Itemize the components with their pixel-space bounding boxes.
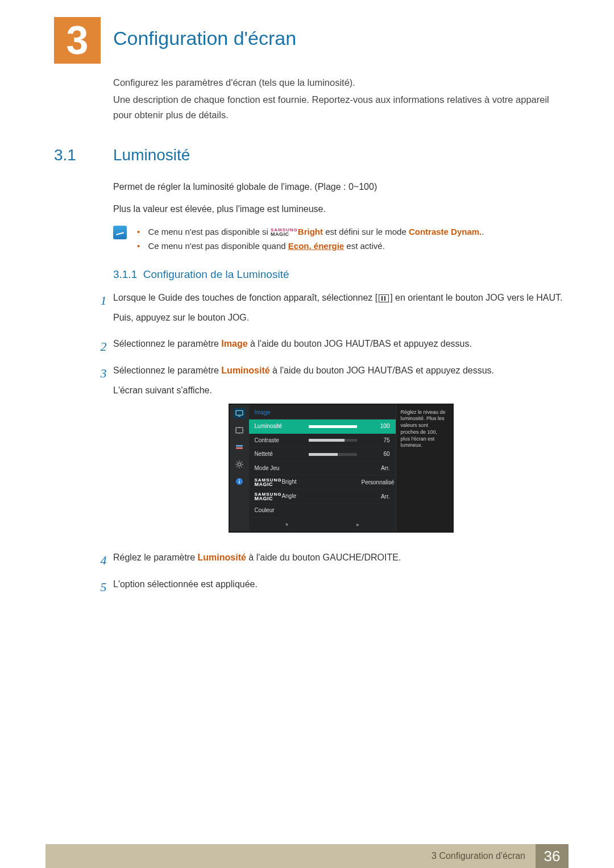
osd-tab-display-icon xyxy=(234,442,245,452)
osd-row: Netteté60 xyxy=(249,447,396,462)
osd-row: Contraste75 xyxy=(249,434,396,448)
svg-rect-8 xyxy=(236,447,243,449)
osd-row: SAMSUNGMAGICAngleArr. xyxy=(249,489,396,504)
section-header: 3.1 Luminosité xyxy=(54,146,569,164)
osd-tab-settings-icon xyxy=(234,459,245,470)
osd-tab-info-icon xyxy=(234,476,245,487)
note-item-2: Ce menu n'est pas disponible quand Econ.… xyxy=(137,239,484,254)
step-4: 4 Réglez le paramètre Luminosité à l'aid… xyxy=(94,551,569,571)
section-title: Luminosité xyxy=(113,146,190,164)
osd-main: Image Luminosité100Contraste75Netteté60M… xyxy=(249,405,396,532)
section-body: Permet de régler la luminosité globale d… xyxy=(113,180,569,217)
chapter-title: Configuration d'écran xyxy=(113,27,296,49)
osd-help-text: Réglez le niveau de luminosité. Plus les… xyxy=(396,405,453,532)
svg-point-9 xyxy=(238,463,240,466)
intro-p1: Configurez les paramètres d'écran (tels … xyxy=(113,75,569,90)
step-1: 1 Lorsque le Guide des touches de foncti… xyxy=(94,291,569,331)
svg-rect-2 xyxy=(236,427,243,433)
osd-row: SAMSUNGMAGICBrightPersonnalisé xyxy=(249,475,396,489)
step-list: 1 Lorsque le Guide des touches de foncti… xyxy=(94,291,569,597)
menu-grid-icon xyxy=(379,294,389,302)
step-3: 3 Sélectionnez le paramètre Luminosité à… xyxy=(94,364,569,544)
note-block: Ce menu n'est pas disponible si SAMSUNGM… xyxy=(113,225,569,254)
osd-title: Image xyxy=(249,405,396,420)
svg-rect-11 xyxy=(239,480,239,483)
osd-tab-pip-icon xyxy=(234,425,245,435)
footer-page-number: 36 xyxy=(536,844,569,868)
body-p1: Permet de régler la luminosité globale d… xyxy=(113,180,569,194)
subsection-number: 3.1.1 xyxy=(113,268,137,280)
note-list: Ce menu n'est pas disponible si SAMSUNGM… xyxy=(137,225,484,254)
osd-row: Mode JeuArr. xyxy=(249,462,396,476)
footer-chapter: 3 Configuration d'écran xyxy=(45,844,536,868)
nav-right-icon: ▸ xyxy=(356,520,359,529)
nav-down-icon: ▾ xyxy=(285,520,288,529)
osd-sidebar xyxy=(230,405,249,532)
osd-tab-image-icon xyxy=(234,408,245,418)
step-5: 5 L'option sélectionnée est appliquée. xyxy=(94,578,569,597)
svg-rect-1 xyxy=(238,416,240,416)
subsection-title: Configuration de la Luminosité xyxy=(143,268,289,280)
body-p2: Plus la valeur est élevée, plus l'image … xyxy=(113,202,569,217)
step-2: 2 Sélectionnez le paramètre Image à l'ai… xyxy=(94,337,569,357)
osd-nav-row: ▾ ▸ xyxy=(249,518,396,532)
svg-rect-12 xyxy=(239,479,239,480)
note-item-1: Ce menu n'est pas disponible si SAMSUNGM… xyxy=(137,225,484,239)
page-footer: 3 Configuration d'écran 36 xyxy=(0,844,614,868)
section-number: 3.1 xyxy=(54,146,113,164)
chapter-number-badge: 3 xyxy=(54,17,101,64)
osd-menu: Image Luminosité100Contraste75Netteté60M… xyxy=(229,404,454,533)
osd-row: Couleur xyxy=(249,504,396,518)
svg-rect-7 xyxy=(236,445,243,447)
intro-p2: Une description de chaque fonction est f… xyxy=(113,92,569,122)
chapter-header: 3 Configuration d'écran xyxy=(54,17,569,64)
osd-row: Luminosité100 xyxy=(249,420,396,434)
svg-rect-0 xyxy=(236,410,243,415)
note-icon xyxy=(113,226,127,239)
subsection-header: 3.1.1 Configuration de la Luminosité xyxy=(113,268,569,281)
intro-text: Configurez les paramètres d'écran (tels … xyxy=(113,75,569,122)
